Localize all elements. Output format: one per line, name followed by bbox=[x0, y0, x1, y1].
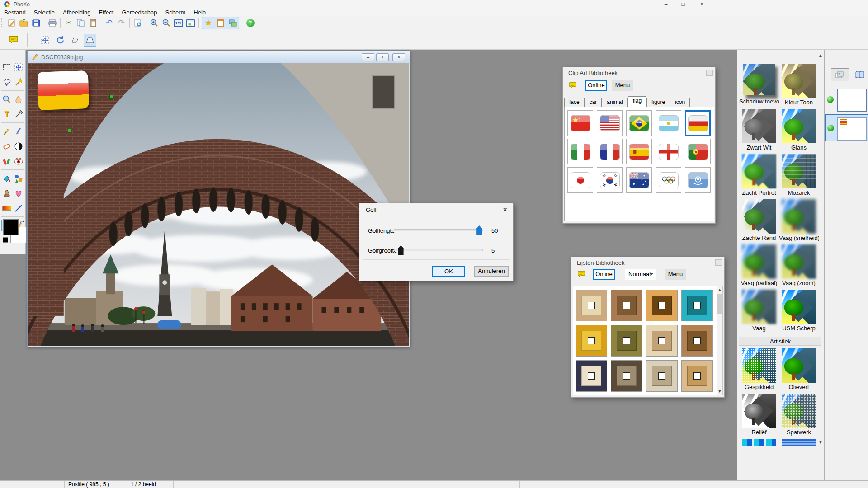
tool-move[interactable] bbox=[13, 61, 24, 73]
effect-zachte-rand[interactable]: Zachte Rand bbox=[739, 199, 779, 242]
minimize-button[interactable]: – bbox=[658, 0, 674, 9]
selected-clipart-flag[interactable] bbox=[38, 70, 90, 110]
slider-thumb[interactable] bbox=[476, 225, 482, 235]
flag-usa[interactable] bbox=[597, 110, 623, 136]
slider-track-golfgrootte[interactable] bbox=[394, 249, 483, 251]
tool-hand[interactable] bbox=[13, 94, 24, 105]
tool-lasso[interactable] bbox=[1, 76, 13, 88]
effect-gespikkeld[interactable]: Gespikkeld bbox=[739, 348, 779, 391]
tool-fill[interactable] bbox=[1, 173, 13, 184]
toolbar-favorites-button[interactable]: ★ bbox=[202, 17, 214, 29]
toolbar-clipart-button[interactable] bbox=[226, 17, 239, 29]
tool-contrast[interactable] bbox=[13, 141, 24, 152]
effect-vaag-snelheid-[interactable]: Vaag (snelheid) bbox=[779, 199, 819, 242]
tool-text[interactable]: T bbox=[1, 108, 13, 120]
flag-italy[interactable] bbox=[567, 139, 593, 164]
library-view-button[interactable] bbox=[851, 68, 868, 81]
tool-crayon[interactable] bbox=[1, 155, 13, 167]
effect-usm-scherp[interactable]: USM Scherp bbox=[779, 290, 819, 333]
scroll-down-icon[interactable]: ▼ bbox=[717, 388, 722, 395]
tool-gradient[interactable] bbox=[1, 202, 13, 214]
doc-close-button[interactable]: × bbox=[392, 53, 405, 61]
toolbar-undo-button[interactable]: ↶ bbox=[103, 17, 115, 29]
frame-item-5[interactable] bbox=[576, 325, 607, 357]
tool-stamp[interactable] bbox=[1, 188, 13, 199]
flag-argentina[interactable] bbox=[656, 110, 681, 136]
scroll-thumb[interactable] bbox=[717, 294, 722, 314]
effect-schaduw-toevoegen[interactable]: Schaduw toevoegen bbox=[739, 64, 779, 106]
layers-view-button[interactable] bbox=[831, 68, 849, 81]
panel-close-button[interactable] bbox=[706, 70, 713, 76]
frames-scrollbar[interactable]: ▲ ▼ bbox=[717, 286, 723, 395]
panel-close-button[interactable] bbox=[715, 259, 722, 266]
tip-bubble-icon[interactable] bbox=[8, 34, 19, 47]
tool-cut-heart[interactable] bbox=[13, 188, 24, 199]
toolbar-open-button[interactable] bbox=[18, 17, 30, 29]
tool-red-eye[interactable] bbox=[13, 155, 24, 167]
effect-partial2[interactable] bbox=[779, 439, 819, 446]
layer-thumbnail[interactable] bbox=[837, 89, 867, 112]
layer-row-flag[interactable] bbox=[825, 114, 868, 141]
flag-england[interactable] bbox=[656, 139, 681, 164]
frame-item-4[interactable] bbox=[681, 290, 713, 321]
menu-scherm[interactable]: Scherm bbox=[161, 9, 190, 16]
slider-track-golflengte[interactable] bbox=[394, 229, 483, 231]
online-button[interactable]: Online bbox=[593, 269, 615, 280]
scroll-up-icon[interactable]: ▲ bbox=[717, 286, 722, 293]
effect-kleur-toon[interactable]: Kleur Toon bbox=[779, 64, 819, 107]
toolbar-save-button[interactable] bbox=[30, 17, 42, 29]
layer-thumbnail[interactable] bbox=[837, 117, 867, 141]
frame-item-9[interactable] bbox=[576, 360, 607, 392]
foreground-color-swatch[interactable] bbox=[3, 219, 19, 235]
tab-face[interactable]: face bbox=[564, 98, 585, 107]
cancel-button[interactable]: Annuleren bbox=[474, 266, 509, 277]
close-button[interactable]: × bbox=[693, 0, 710, 9]
flag-united-nations[interactable] bbox=[685, 167, 711, 193]
menu-bestand[interactable]: Bestand bbox=[0, 9, 30, 16]
effect-mozaiek[interactable]: Mozaiek bbox=[779, 154, 819, 197]
option-rotate-button[interactable] bbox=[54, 34, 66, 47]
toolbar-actual-size-button[interactable]: 1:1 bbox=[172, 17, 184, 29]
flag-portugal[interactable] bbox=[685, 139, 711, 164]
effect-vaag-radiaal-[interactable]: Vaag (radiaal) bbox=[739, 244, 779, 287]
effect-olieverf[interactable]: Olieverf bbox=[779, 348, 819, 391]
style-dropdown[interactable]: Normaal bbox=[625, 269, 656, 280]
doc-restore-button[interactable]: ▫ bbox=[376, 53, 389, 61]
frame-item-8[interactable] bbox=[681, 325, 713, 357]
tool-pen[interactable] bbox=[1, 126, 13, 137]
toolbar-redo-button[interactable]: ↷ bbox=[115, 17, 127, 29]
tip-bubble-icon[interactable] bbox=[577, 270, 586, 280]
toolbar-frames-button[interactable] bbox=[214, 17, 226, 29]
toolbar-paste-button[interactable] bbox=[87, 17, 99, 29]
effect-vaag-zoom-[interactable]: Vaag (zoom) bbox=[779, 244, 819, 287]
effect-vaag[interactable]: Vaag bbox=[739, 290, 779, 333]
maximize-button[interactable]: □ bbox=[675, 0, 691, 9]
tool-rect-select[interactable] bbox=[1, 61, 13, 73]
toolbar-settings-button[interactable] bbox=[132, 17, 144, 29]
option-free-transform-button[interactable] bbox=[39, 34, 52, 47]
tool-line[interactable] bbox=[13, 202, 24, 214]
toolbar-cut-button[interactable]: ✂ bbox=[62, 17, 75, 29]
menu-help[interactable]: Help bbox=[189, 9, 210, 16]
toolbar-fit-screen-button[interactable] bbox=[184, 17, 197, 29]
toolbar-zoom-out-button[interactable] bbox=[160, 17, 172, 29]
menu-selectie[interactable]: Selectie bbox=[30, 9, 59, 16]
frame-item-3[interactable] bbox=[646, 290, 678, 321]
selection-handle-bottom[interactable] bbox=[68, 129, 71, 132]
layer-visible-icon[interactable] bbox=[827, 96, 834, 103]
flag-australia[interactable] bbox=[626, 167, 652, 193]
frame-item-2[interactable] bbox=[611, 290, 642, 321]
frame-item-1[interactable] bbox=[576, 290, 607, 321]
effect-spatwerk[interactable]: Spatwerk bbox=[779, 394, 819, 436]
ok-button[interactable]: OK bbox=[432, 266, 465, 277]
menu-afbeelding[interactable]: Afbeelding bbox=[59, 9, 94, 16]
toolbar-help-button[interactable]: ? bbox=[244, 17, 256, 29]
flag-france[interactable] bbox=[597, 139, 623, 164]
frame-item-11[interactable] bbox=[646, 360, 678, 392]
option-skew-button[interactable] bbox=[69, 34, 81, 47]
tool-magic-wand[interactable] bbox=[13, 76, 24, 88]
tab-flag[interactable]: flag bbox=[628, 96, 646, 107]
tool-brush[interactable] bbox=[13, 126, 24, 137]
effect-zwart-wit[interactable]: Zwart Wit bbox=[739, 109, 779, 152]
secondary-color-swatch[interactable] bbox=[3, 237, 8, 243]
